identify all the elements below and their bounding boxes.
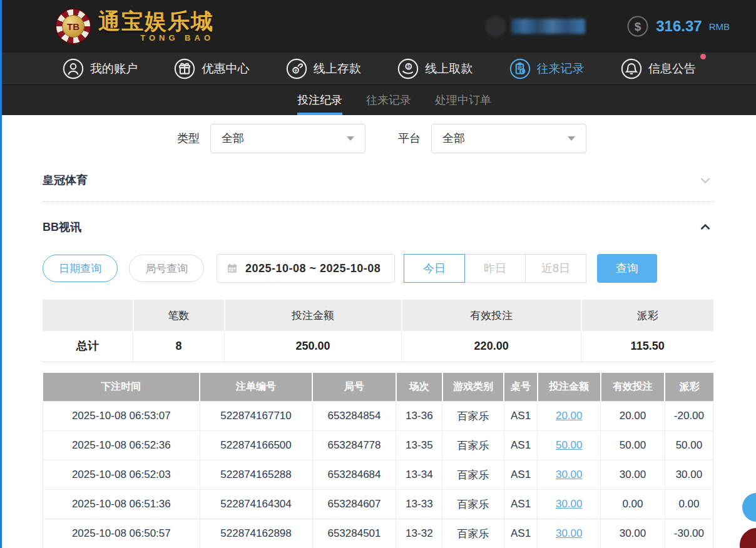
col-valid-bet: 有效投注 <box>601 373 665 402</box>
today-button[interactable]: 今日 <box>404 254 465 283</box>
col-game-type: 游戏类别 <box>442 373 504 402</box>
nav-label: 线上取款 <box>425 61 472 77</box>
withdraw-icon: $ <box>397 58 419 79</box>
cell-game-type: 百家乐 <box>442 460 504 490</box>
chip-core-label: TB <box>62 15 84 38</box>
notification-dot <box>700 54 706 59</box>
cell-round-id: 653284607 <box>312 490 396 519</box>
cell-order-id: 522874166500 <box>200 431 312 460</box>
cell-valid-bet: 0.00 <box>601 490 665 519</box>
summary-total-label: 总计 <box>43 331 133 362</box>
user-area <box>485 16 585 37</box>
section-title-bb: BB视讯 <box>43 220 81 235</box>
quick-date-group: 今日 昨日 近8日 <box>404 254 586 283</box>
cell-valid-bet: 50.00 <box>601 431 665 460</box>
section-crown-sports[interactable]: 皇冠体育 <box>43 169 713 191</box>
cell-session: 13-34 <box>396 460 442 490</box>
tab-transaction-records[interactable]: 往来记录 <box>366 85 411 115</box>
bet-amount-link[interactable]: 30.00 <box>556 469 583 480</box>
cell-bet-time: 2025-10-08 06:52:36 <box>43 431 200 460</box>
table-row: 2025-10-08 06:52:36 522874166500 6532847… <box>43 431 713 460</box>
logo-subtitle: TONG BAO <box>140 33 214 43</box>
cell-table-no: AS1 <box>504 519 538 548</box>
summary-header-bet-amount: 投注金额 <box>225 300 402 331</box>
bet-table-header-row: 下注时间 注单编号 局号 场次 游戏类别 桌号 投注金额 有效投注 派彩 <box>43 373 713 402</box>
date-range-input[interactable]: 2025-10-08 ~ 2025-10-08 <box>217 254 395 283</box>
platform-select-value: 全部 <box>442 131 465 146</box>
type-select[interactable]: 全部 <box>210 124 365 153</box>
logo-text: 通宝娱乐城 TONG BAO <box>98 10 214 43</box>
cell-round-id: 653284778 <box>312 431 396 460</box>
nav-item-announcements[interactable]: 信息公告 <box>621 58 696 79</box>
summary-header-row: 笔数 投注金额 有效投注 派彩 <box>43 300 713 331</box>
svg-text:$: $ <box>407 63 411 69</box>
nav-item-deposit[interactable]: ¥ 线上存款 <box>286 58 361 79</box>
nav-item-promotions[interactable]: 优惠中心 <box>174 58 249 79</box>
cell-valid-bet: 30.00 <box>601 519 665 548</box>
dollar-coin-icon: $ <box>626 15 649 38</box>
bet-amount-link[interactable]: 30.00 <box>556 498 583 510</box>
chevron-down-icon <box>697 172 713 188</box>
table-row: 2025-10-08 06:50:57 522874162898 6532845… <box>43 519 713 548</box>
date-range-value: 2025-10-08 ~ 2025-10-08 <box>245 262 381 275</box>
nav-label: 线上存款 <box>314 61 361 77</box>
site-logo[interactable]: TB 通宝娱乐城 TONG BAO <box>55 8 214 44</box>
balance-currency: RMB <box>709 21 730 32</box>
summary-total-valid-bet: 220.00 <box>402 331 581 362</box>
section-bb-video[interactable]: BB视讯 <box>43 215 713 240</box>
table-row: 2025-10-08 06:51:36 522874164304 6532846… <box>43 490 713 519</box>
filter-row: 类型 全部 平台 全部 <box>43 123 713 153</box>
tab-bet-records[interactable]: 投注纪录 <box>297 85 342 115</box>
summary-header-empty <box>43 300 133 331</box>
cell-bet-amount: 50.00 <box>538 431 601 460</box>
cell-game-type: 百家乐 <box>442 431 504 460</box>
type-select-value: 全部 <box>222 131 244 146</box>
calendar-icon <box>226 262 238 275</box>
platform-filter-label: 平台 <box>398 131 421 146</box>
cell-bet-amount: 30.00 <box>538 460 601 490</box>
table-row: 2025-10-08 06:52:03 522874165288 6532846… <box>43 460 713 490</box>
cell-session: 13-33 <box>396 490 442 519</box>
caret-down-icon <box>347 136 354 141</box>
cell-order-id: 522874164304 <box>200 490 312 519</box>
cell-payout: -30.00 <box>665 519 713 548</box>
main-content: 类型 全部 平台 全部 皇冠体育 BB视讯 日期查询 局号查询 <box>0 123 756 548</box>
yesterday-button[interactable]: 昨日 <box>464 254 526 283</box>
cell-round-id: 653284501 <box>312 519 396 548</box>
table-row: 2025-10-08 06:53:07 522874167710 6532848… <box>43 402 713 431</box>
nav-label: 往来记录 <box>537 61 585 77</box>
cell-session: 13-35 <box>396 431 442 460</box>
cell-payout: 0.00 <box>665 490 713 519</box>
avatar[interactable] <box>485 16 506 37</box>
cell-table-no: AS1 <box>504 431 538 460</box>
round-query-button[interactable]: 局号查询 <box>129 255 204 282</box>
cell-table-no: AS1 <box>504 490 538 519</box>
cell-bet-time: 2025-10-08 06:50:57 <box>43 519 200 548</box>
wallet-balance[interactable]: $ 316.37 RMB <box>626 15 730 38</box>
bet-amount-link[interactable]: 50.00 <box>556 439 583 451</box>
left-edge-strip <box>0 0 2 548</box>
search-button[interactable]: 查询 <box>597 254 657 283</box>
nav-item-withdraw[interactable]: $ 线上取款 <box>397 58 472 79</box>
bet-amount-link[interactable]: 30.00 <box>556 527 583 539</box>
logo-title: 通宝娱乐城 <box>98 10 214 32</box>
topbar: TB 通宝娱乐城 TONG BAO $ 316.37 RMB <box>0 0 756 53</box>
deposit-icon: ¥ <box>286 58 307 79</box>
col-order-id: 注单编号 <box>200 373 312 402</box>
casino-chip-icon: TB <box>55 8 91 44</box>
chevron-up-icon <box>697 219 713 235</box>
last-8-days-button[interactable]: 近8日 <box>525 254 586 283</box>
section-title-crown: 皇冠体育 <box>43 173 88 188</box>
gift-icon <box>174 58 195 79</box>
nav-item-transaction-records[interactable]: 往来记录 <box>509 58 585 79</box>
bet-amount-link[interactable]: 20.00 <box>556 410 583 422</box>
tab-processing-orders[interactable]: 处理中订单 <box>435 85 491 115</box>
nav-label: 优惠中心 <box>202 61 249 77</box>
cell-bet-time: 2025-10-08 06:52:03 <box>43 460 200 490</box>
date-query-button[interactable]: 日期查询 <box>43 255 118 282</box>
summary-total-count: 8 <box>133 331 225 362</box>
nav-item-my-account[interactable]: 我的账户 <box>63 58 138 79</box>
cell-payout: 30.00 <box>665 460 713 490</box>
svg-text:$: $ <box>635 20 641 33</box>
platform-select[interactable]: 全部 <box>431 124 586 153</box>
